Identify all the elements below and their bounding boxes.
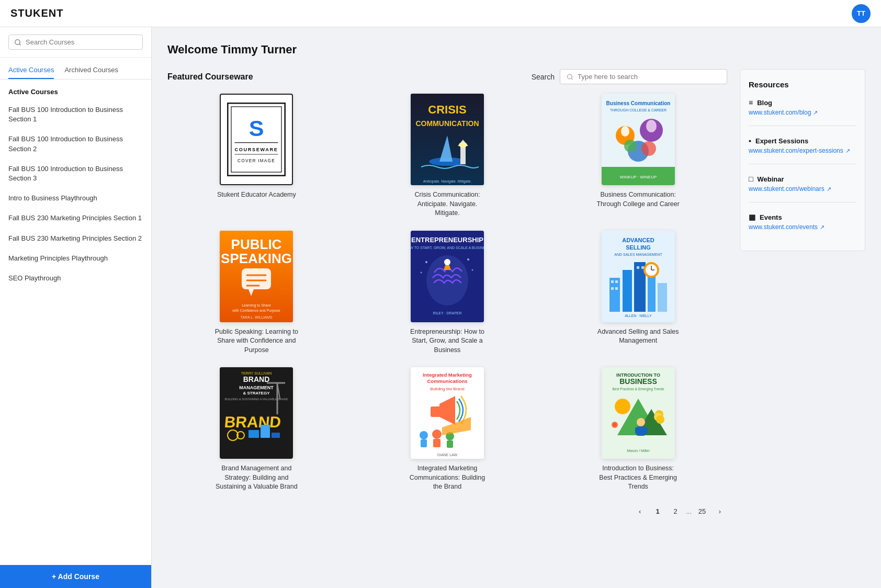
book-card-brand-management[interactable]: TERRY SULLIVAN BRAND MANAGEMENT & STRATE… (167, 367, 346, 492)
svg-rect-102 (433, 439, 440, 447)
course-list-item[interactable]: Fall BUS 100 Introduction to Business Se… (0, 159, 151, 188)
svg-point-20 (459, 142, 467, 148)
courseware-search-box[interactable] (560, 69, 727, 84)
svg-text:ENTREPRENEURSHIP: ENTREPRENEURSHIP (411, 236, 483, 244)
page-dots: ... (686, 507, 692, 515)
svg-text:COVER IMAGE: COVER IMAGE (238, 159, 275, 163)
sidebar-search-icon (14, 39, 21, 46)
add-course-button[interactable]: + Add Course (0, 565, 151, 588)
resource-item-expert-sessions: ▪ Expert Sessions www.stukent.com/expert… (749, 137, 856, 164)
resource-name: □ Webinar (749, 175, 856, 183)
page-25-button[interactable]: 25 (695, 504, 709, 519)
course-list-item[interactable]: Fall BUS 100 Introduction to Business Se… (0, 100, 151, 129)
svg-text:TERRY SULLIVAN: TERRY SULLIVAN (241, 371, 272, 375)
resource-label: Events (760, 213, 782, 221)
book-card-crisis-communication[interactable]: CRISIS COMMUNICATION (358, 94, 537, 218)
app-layout: Active Courses Archived Courses Active C… (0, 27, 881, 588)
sidebar-search-box[interactable] (8, 35, 143, 50)
next-page-button[interactable]: › (713, 504, 727, 519)
svg-rect-92 (272, 433, 280, 438)
resource-link[interactable]: www.stukent.com/webinars ↗ (749, 185, 856, 193)
svg-rect-70 (637, 266, 639, 269)
resource-url: www.stukent.com/blog (749, 109, 811, 116)
course-list-item[interactable]: SEO Playthrough (0, 268, 151, 288)
resource-label: Webinar (757, 175, 784, 183)
book-card-intro-biz[interactable]: INTRODUCTION TO BUSINESS Best Practices … (549, 367, 727, 492)
svg-text:DIANE LAW: DIANE LAW (437, 453, 458, 457)
resource-icon: ▪ (749, 137, 751, 145)
svg-point-119 (656, 415, 664, 424)
courseware-search-icon (567, 73, 573, 81)
book-card-stukent-educator[interactable]: S COURSEWARE COVER IMAGE Stukent Educato… (167, 94, 346, 218)
book-title-crisis: Crisis Communication: Anticipate. Naviga… (405, 190, 489, 218)
svg-text:Integrated Marketing: Integrated Marketing (423, 372, 472, 378)
svg-text:BUSINESS: BUSINESS (619, 377, 657, 386)
svg-point-52 (425, 261, 427, 263)
svg-rect-18 (460, 146, 466, 164)
book-cover-speaking: PUBLIC SPEAKING Learning to Share (220, 231, 293, 322)
sidebar-search-area (0, 27, 151, 58)
page-1-button[interactable]: 1 (650, 504, 665, 519)
book-card-biz-comm[interactable]: Business Communication THROUGH COLLEGE &… (549, 94, 727, 218)
resource-link[interactable]: www.stukent.com/blog ↗ (749, 109, 856, 116)
course-list-item[interactable]: Fall BUS 230 Marketing Principles Sectio… (0, 229, 151, 248)
book-card-imc[interactable]: Integrated Marketing Communications Buil… (358, 367, 537, 492)
course-list-item[interactable]: Intro to Business Playthrough (0, 188, 151, 208)
svg-rect-116 (645, 427, 648, 434)
book-card-public-speaking[interactable]: PUBLIC SPEAKING Learning to Share (167, 231, 346, 355)
main-content: Welcome Timmy Turner Featured Courseware… (152, 27, 881, 588)
svg-text:BRAND: BRAND (224, 413, 282, 431)
course-list-item[interactable]: Fall BUS 230 Marketing Principles Sectio… (0, 208, 151, 228)
book-card-advanced-selling[interactable]: ADVANCED SELLING AND SALES MANAGEMENT (549, 231, 727, 355)
book-title-brand: Brand Management and Strategy: Building … (214, 464, 298, 492)
tab-archived-courses[interactable]: Archived Courses (64, 63, 118, 79)
svg-text:PUBLIC: PUBLIC (231, 236, 282, 252)
svg-text:BRAND: BRAND (243, 375, 270, 383)
course-list-item[interactable]: Marketing Principles Playthrough (0, 248, 151, 268)
svg-rect-68 (611, 287, 614, 290)
sidebar: Active Courses Archived Courses Active C… (0, 27, 152, 588)
svg-rect-114 (637, 426, 645, 436)
resource-item-blog: ≡ Blog www.stukent.com/blog ↗ (749, 98, 856, 126)
resource-label: Blog (757, 99, 772, 107)
course-list-item[interactable]: Fall BUS 100 Introduction to Business Se… (0, 129, 151, 159)
book-cover-brand: TERRY SULLIVAN BRAND MANAGEMENT & STRATE… (220, 367, 293, 459)
resource-name: ≡ Blog (749, 98, 856, 107)
svg-point-28 (624, 140, 637, 152)
svg-point-101 (432, 429, 442, 439)
svg-text:MANAGEMENT: MANAGEMENT (240, 385, 274, 390)
svg-text:TARA L. WILLIAMS: TARA L. WILLIAMS (241, 315, 273, 319)
svg-rect-91 (261, 425, 270, 438)
courseware-search-input[interactable] (578, 73, 720, 81)
featured-courseware-title: Featured Courseware (167, 72, 253, 82)
resource-url: www.stukent.com/webinars (749, 185, 824, 193)
book-card-entrepreneurship[interactable]: ENTREPRENEURSHIP HOW TO START, GROW, AND… (358, 231, 537, 355)
svg-text:& STRATEGY: & STRATEGY (243, 391, 270, 395)
svg-rect-71 (641, 266, 644, 269)
book-cover-bizcom: Business Communication THROUGH COLLEGE &… (602, 94, 675, 185)
resources-panel: Resources ≡ Blog www.stukent.com/blog ↗ … (740, 69, 865, 251)
resource-link[interactable]: www.stukent.com/expert-sessions ↗ (749, 147, 856, 154)
avatar[interactable]: TT (852, 4, 871, 23)
tab-active-courses[interactable]: Active Courses (8, 63, 54, 79)
logo: STUKENT (10, 7, 63, 19)
sidebar-search-input[interactable] (26, 38, 137, 46)
svg-rect-98 (431, 406, 441, 417)
svg-text:WINKUP · WINEUP: WINKUP · WINEUP (619, 175, 657, 179)
svg-text:Mason / Miller: Mason / Miller (627, 449, 650, 453)
svg-text:COURSEWARE: COURSEWARE (235, 147, 278, 152)
book-cover-imc: Integrated Marketing Communications Buil… (411, 367, 484, 459)
page-2-button[interactable]: 2 (668, 504, 683, 519)
section-header: Featured Courseware Search (167, 69, 727, 84)
prev-page-button[interactable]: ‹ (632, 504, 647, 519)
svg-rect-104 (447, 440, 453, 448)
svg-text:S: S (249, 116, 264, 141)
svg-text:HOW TO START, GROW, AND SCALE : HOW TO START, GROW, AND SCALE A BUSINESS (411, 246, 484, 250)
book-title-introbiz: Introduction to Business: Best Practices… (596, 464, 680, 492)
book-cover-entrepreneurship: ENTREPRENEURSHIP HOW TO START, GROW, AND… (411, 231, 484, 322)
resources-title: Resources (749, 80, 856, 89)
external-link-icon: ↗ (845, 148, 850, 154)
resource-link[interactable]: www.stukent.com/events ↗ (749, 223, 856, 231)
search-label: Search (532, 73, 555, 81)
svg-text:Learning to Share: Learning to Share (242, 303, 272, 308)
